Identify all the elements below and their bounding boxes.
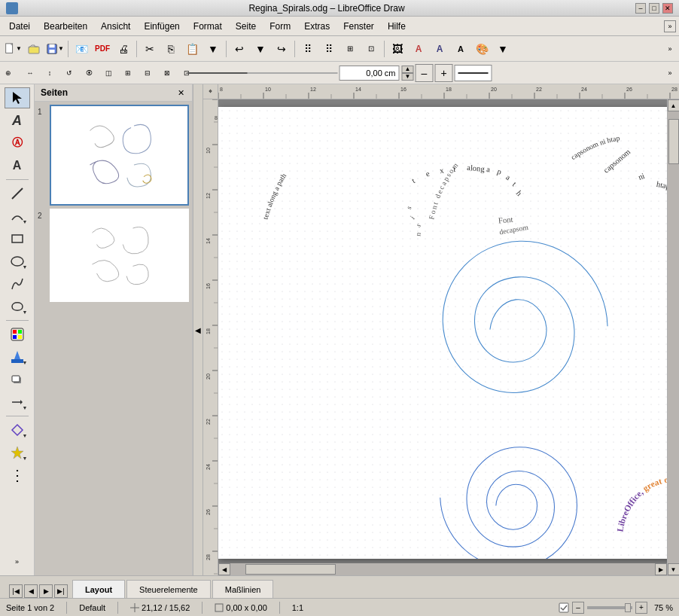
menu-einfuegen[interactable]: Einfügen: [138, 20, 185, 33]
text-fit-tool[interactable]: Ⓐ: [5, 133, 30, 154]
snap-button[interactable]: ⊞: [340, 39, 360, 59]
shadow-tool[interactable]: [5, 369, 30, 390]
window-controls[interactable]: – □ ✕: [635, 3, 673, 14]
undo-button[interactable]: ↩: [230, 39, 249, 59]
line-style-selector[interactable]: [455, 65, 492, 81]
curve-arrow[interactable]: ▼: [23, 310, 28, 315]
hscrollbar[interactable]: ◀ ▶: [218, 563, 667, 575]
new-arrow[interactable]: ▼: [16, 45, 22, 52]
paint-arrow[interactable]: ▼: [493, 39, 513, 59]
fontwork-button[interactable]: A: [409, 39, 428, 59]
redo-button[interactable]: ↪: [272, 39, 291, 59]
zoom-in-button[interactable]: +: [635, 602, 647, 614]
line-tool[interactable]: [5, 183, 30, 204]
fill-arrow[interactable]: ▼: [23, 360, 28, 365]
paint-button[interactable]: 🎨: [472, 39, 492, 59]
select-tool[interactable]: [5, 87, 30, 108]
save-button[interactable]: ▼: [45, 39, 65, 59]
zoom-out-button[interactable]: –: [572, 602, 584, 614]
tab-steuerelemente[interactable]: Steuerelemente: [126, 580, 211, 598]
text-tool[interactable]: A: [5, 110, 30, 131]
expand-vtoolbar[interactable]: »: [5, 551, 30, 572]
transform-btn1[interactable]: ↔: [21, 64, 39, 82]
sides-close-button[interactable]: ✕: [175, 87, 186, 98]
zoom-fit-button[interactable]: ⊡: [361, 39, 381, 59]
transform-btn7[interactable]: ⊟: [139, 64, 157, 82]
ellipse-arrow[interactable]: ▼: [23, 264, 28, 270]
transform-btn3[interactable]: ↺: [60, 64, 78, 82]
paste-button[interactable]: 📋: [182, 39, 202, 59]
grid2-button[interactable]: ⠿: [319, 39, 339, 59]
filldrop-tool[interactable]: ▼: [5, 346, 30, 367]
tab-last-button[interactable]: ▶|: [54, 584, 68, 598]
zoom-slider-thumb[interactable]: [625, 603, 631, 612]
curve-tool[interactable]: ▼: [5, 296, 30, 317]
transform-btn4[interactable]: ⦿: [80, 64, 98, 82]
page-item-2[interactable]: 2: [38, 209, 189, 302]
hscroll-left[interactable]: ◀: [218, 563, 230, 575]
print-button[interactable]: 🖨: [114, 39, 133, 59]
measure-up[interactable]: ▲: [402, 66, 414, 73]
new-button[interactable]: ▼: [3, 39, 23, 59]
save-arrow[interactable]: ▼: [58, 45, 64, 52]
image-button[interactable]: 🖼: [388, 39, 407, 59]
flowchart-arrow[interactable]: ▼: [23, 433, 28, 438]
open-button[interactable]: [24, 39, 44, 59]
fontname-button[interactable]: A: [451, 39, 470, 59]
maximize-button[interactable]: □: [649, 3, 659, 14]
menu-extras[interactable]: Extras: [298, 20, 336, 33]
menu-seite[interactable]: Seite: [230, 20, 262, 33]
toolbar-expand[interactable]: »: [664, 43, 676, 55]
vscroll-down[interactable]: ▼: [668, 563, 680, 575]
measure-minus[interactable]: –: [416, 64, 434, 82]
menu-ansicht[interactable]: Ansicht: [95, 20, 136, 33]
star-tool[interactable]: ▼: [5, 442, 30, 463]
menu-datei[interactable]: Datei: [3, 20, 36, 33]
panel-collapse-button[interactable]: ◀: [193, 84, 203, 575]
canvas-scroll[interactable]: text along a path Font decapsom capsonom…: [218, 99, 667, 575]
cut-button[interactable]: ✂: [140, 39, 160, 59]
star-arrow[interactable]: ▼: [23, 456, 28, 461]
transform-btn8[interactable]: ⊠: [158, 64, 176, 82]
freeform-tool[interactable]: [5, 273, 30, 294]
minimize-button[interactable]: –: [635, 3, 646, 14]
pdf-button[interactable]: PDF: [93, 39, 112, 59]
rect-tool[interactable]: [5, 228, 30, 249]
copy-button[interactable]: ⎘: [161, 39, 181, 59]
measure-plus[interactable]: +: [435, 64, 453, 82]
arrow-shapes-tool[interactable]: ▼: [5, 392, 30, 413]
transform-btn6[interactable]: ⊞: [119, 64, 137, 82]
page-thumb-1[interactable]: [50, 105, 189, 206]
toolbar2-expand[interactable]: »: [664, 67, 676, 79]
menu-bearbeiten[interactable]: Bearbeiten: [38, 20, 93, 33]
menu-format[interactable]: Format: [187, 20, 228, 33]
zoom-slider[interactable]: [587, 606, 632, 609]
vscroll-thumb[interactable]: [668, 119, 679, 164]
menubar-expand[interactable]: »: [664, 20, 676, 32]
measure-input[interactable]: [340, 66, 400, 81]
hscroll-right[interactable]: ▶: [655, 563, 667, 575]
page-item-1[interactable]: 1: [38, 105, 189, 206]
paste-arrow[interactable]: ▼: [203, 39, 223, 59]
menu-fenster[interactable]: Fenster: [337, 20, 380, 33]
points-tool[interactable]: ⋮: [5, 465, 30, 486]
flowchart-tool[interactable]: ▼: [5, 419, 30, 441]
tab-prev-button[interactable]: ◀: [24, 584, 38, 598]
text-vertical-tool[interactable]: A: [5, 155, 30, 176]
arrow-arrow[interactable]: ▼: [23, 405, 28, 410]
undo-arrow[interactable]: ▼: [251, 39, 270, 59]
tab-masslinien[interactable]: Maßlinien: [212, 580, 274, 598]
hscroll-thumb[interactable]: [245, 564, 336, 575]
email-button[interactable]: 📧: [72, 39, 91, 59]
vscroll-up[interactable]: ▲: [668, 99, 680, 111]
colorpicker-tool[interactable]: [5, 324, 30, 345]
tab-first-button[interactable]: |◀: [9, 584, 23, 598]
grid-button[interactable]: ⠿: [298, 39, 318, 59]
connector-arrow[interactable]: ▼: [23, 219, 28, 224]
transform-btn2[interactable]: ↕: [41, 64, 59, 82]
ellipse-tool[interactable]: ▼: [5, 251, 30, 272]
connector-tool[interactable]: ▼: [5, 206, 30, 227]
menu-hilfe[interactable]: Hilfe: [382, 20, 412, 33]
transform-btn5[interactable]: ◫: [99, 64, 117, 82]
menu-form[interactable]: Form: [263, 20, 297, 33]
